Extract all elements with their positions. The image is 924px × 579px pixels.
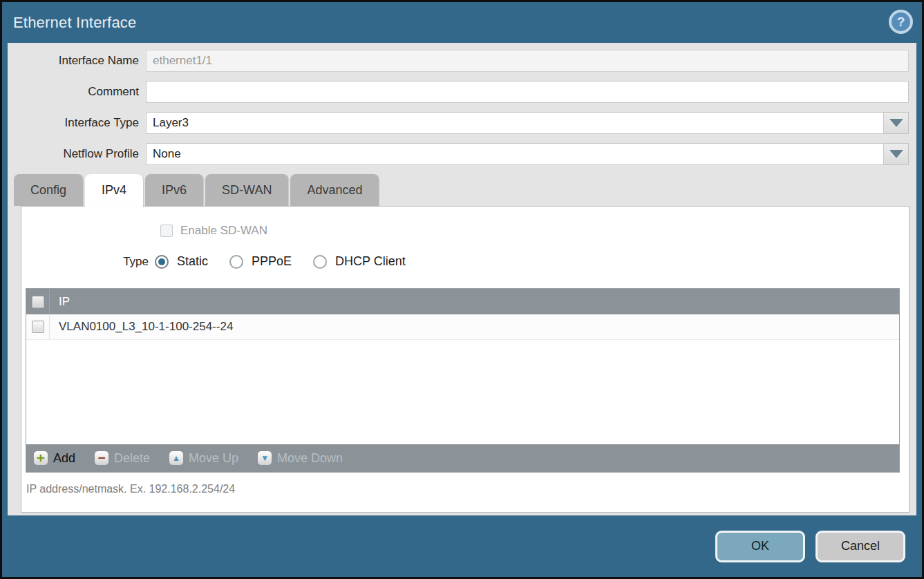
- help-icon[interactable]: ?: [892, 12, 910, 31]
- enable-sdwan-checkbox: [160, 225, 173, 237]
- ip-column-header: IP: [50, 295, 70, 309]
- radio-option-dhcp-client[interactable]: DHCP Client: [313, 254, 406, 269]
- interface-type-row: Interface Type Layer3: [8, 112, 916, 134]
- interface-type-select[interactable]: Layer3: [146, 112, 884, 134]
- interface-name-row: Interface Name: [8, 50, 916, 72]
- radio-option-pppoe[interactable]: PPPoE: [229, 254, 292, 269]
- dhcp-client-radio[interactable]: [313, 255, 327, 269]
- pppoe-radio[interactable]: [229, 255, 243, 269]
- static-radio-label: Static: [177, 254, 208, 269]
- netflow-profile-row: Netflow Profile None: [8, 143, 916, 165]
- type-label: Type: [21, 255, 155, 269]
- netflow-profile-dropdown-button[interactable]: [884, 143, 909, 165]
- ip-table-body: VLAN0100_L3_10-1-100-254--24: [26, 314, 899, 444]
- tab-ipv6[interactable]: IPv6: [145, 174, 203, 206]
- arrow-up-icon: ▲: [169, 450, 184, 466]
- ip-table-toolbar: + Add − Delete ▲ Move Up ▼ Move Down: [26, 444, 899, 472]
- minus-icon: −: [94, 450, 109, 466]
- interface-type-dropdown-button[interactable]: [884, 112, 909, 134]
- dialog-title: Ethernet Interface: [13, 14, 136, 32]
- comment-label: Comment: [8, 85, 146, 99]
- tab-config[interactable]: Config: [14, 174, 83, 206]
- select-all-checkbox[interactable]: [32, 296, 44, 308]
- ipv4-panel: Enable SD-WAN Type Static PPPoE DHCP Cli…: [21, 206, 909, 513]
- ethernet-interface-dialog: Ethernet Interface ? Interface Name Comm…: [0, 0, 924, 579]
- cancel-button[interactable]: Cancel: [815, 531, 905, 562]
- netflow-profile-label: Netflow Profile: [8, 147, 146, 161]
- ip-format-hint: IP address/netmask. Ex. 192.168.2.254/24: [26, 483, 909, 495]
- move-up-button: ▲ Move Up: [169, 450, 238, 466]
- enable-sdwan-row: Enable SD-WAN: [160, 224, 909, 238]
- select-all-cell: [26, 289, 50, 314]
- static-radio[interactable]: [155, 255, 169, 269]
- tab-strip: Config IPv4 IPv6 SD-WAN Advanced: [14, 174, 916, 206]
- tab-advanced[interactable]: Advanced: [290, 174, 379, 206]
- netflow-profile-select[interactable]: None: [146, 143, 884, 165]
- chevron-down-icon: [889, 150, 903, 158]
- ip-cell-value[interactable]: VLAN0100_L3_10-1-100-254--24: [50, 320, 233, 334]
- radio-option-static[interactable]: Static: [155, 254, 208, 269]
- type-row: Type Static PPPoE DHCP Client: [21, 254, 909, 269]
- move-down-button: ▼ Move Down: [257, 450, 343, 466]
- plus-icon: +: [33, 450, 48, 466]
- dialog-titlebar: Ethernet Interface ?: [2, 2, 922, 43]
- tab-sdwan[interactable]: SD-WAN: [205, 174, 288, 206]
- interface-name-field: [146, 50, 909, 72]
- interface-type-label: Interface Type: [8, 116, 146, 130]
- row-checkbox[interactable]: [32, 321, 44, 333]
- dhcp-client-radio-label: DHCP Client: [335, 254, 406, 269]
- pppoe-radio-label: PPPoE: [252, 254, 292, 269]
- tab-ipv4[interactable]: IPv4: [85, 174, 143, 207]
- comment-row: Comment: [8, 81, 916, 103]
- interface-name-label: Interface Name: [8, 54, 146, 68]
- arrow-down-icon: ▼: [257, 450, 272, 466]
- add-button[interactable]: + Add: [33, 450, 75, 466]
- chevron-down-icon: [889, 119, 903, 127]
- comment-field[interactable]: [146, 81, 909, 103]
- dialog-footer: OK Cancel: [2, 515, 922, 577]
- table-row[interactable]: VLAN0100_L3_10-1-100-254--24: [26, 314, 899, 340]
- delete-button: − Delete: [94, 450, 150, 466]
- ip-table: IP VLAN0100_L3_10-1-100-254--24 + Add: [26, 288, 900, 473]
- ip-table-header: IP: [26, 289, 899, 314]
- row-checkbox-cell: [26, 314, 50, 339]
- enable-sdwan-label: Enable SD-WAN: [180, 224, 267, 238]
- ok-button[interactable]: OK: [715, 531, 805, 562]
- dialog-content: Interface Name Comment Interface Type La…: [8, 43, 916, 515]
